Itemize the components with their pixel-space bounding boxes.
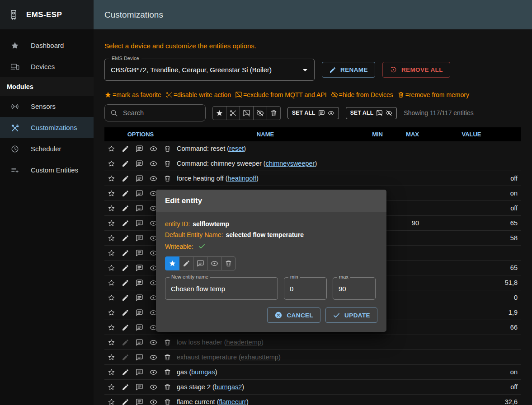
write-toggle[interactable]: [118, 201, 132, 215]
mqtt-exclude-toggle[interactable]: [132, 350, 146, 364]
visibility-toggle[interactable]: [146, 141, 160, 156]
mqtt-exclude-toggle[interactable]: [132, 246, 146, 260]
write-toggle[interactable]: [118, 156, 132, 171]
search-input[interactable]: [122, 109, 200, 117]
mqtt-exclude-toggle[interactable]: [132, 141, 146, 156]
favorite-toggle[interactable]: [104, 141, 118, 156]
ems-device-select[interactable]: EMS Device CBS/GB*72, Trendline, Cerapur…: [104, 59, 315, 81]
mqtt-exclude-toggle[interactable]: [132, 275, 146, 290]
sidebar-item-custom-entities[interactable]: Custom Entities: [0, 159, 94, 181]
visibility-toggle[interactable]: [146, 350, 160, 364]
entity-id-link[interactable]: heatingoff: [228, 175, 256, 182]
sidebar-item-dashboard[interactable]: Dashboard: [0, 35, 94, 56]
mqtt-exclude-toggle[interactable]: [132, 320, 146, 335]
write-toggle[interactable]: [118, 141, 132, 156]
entity-id-link[interactable]: chimneysweeper: [266, 160, 315, 167]
star-toggle[interactable]: [165, 256, 179, 270]
favorite-toggle[interactable]: [104, 320, 118, 335]
filter-star-button[interactable]: [212, 106, 226, 120]
mqtt-exclude-toggle[interactable]: [132, 216, 146, 230]
remove-toggle[interactable]: [160, 156, 174, 171]
entity-id-link[interactable]: burngas2: [215, 383, 242, 391]
favorite-toggle[interactable]: [104, 335, 118, 349]
remove-toggle[interactable]: [160, 350, 174, 364]
max-input[interactable]: [333, 278, 375, 299]
visibility-toggle[interactable]: [146, 171, 160, 186]
mqtt-exclude-toggle[interactable]: [132, 305, 146, 320]
new-entity-name-input[interactable]: [165, 278, 278, 299]
mqtt-exclude-toggle[interactable]: [132, 395, 146, 405]
sidebar-item-customizations[interactable]: Customizations: [0, 117, 94, 138]
rename-button[interactable]: RENAME: [322, 62, 375, 78]
mqtt-exclude-toggle[interactable]: [132, 171, 146, 186]
pencil-toggle[interactable]: [179, 256, 193, 270]
favorite-toggle[interactable]: [104, 231, 118, 245]
favorite-toggle[interactable]: [104, 186, 118, 200]
eye-toggle[interactable]: [207, 256, 221, 270]
mqtt-exclude-toggle[interactable]: [132, 186, 146, 200]
sidebar-item-devices[interactable]: Devices: [0, 56, 94, 77]
remove-toggle[interactable]: [160, 365, 174, 379]
set-all-button-1[interactable]: SET ALL: [287, 107, 339, 119]
comment-toggle[interactable]: [193, 256, 207, 270]
visibility-toggle[interactable]: [146, 365, 160, 379]
entity-id-link[interactable]: burngas: [191, 368, 215, 376]
filter-eye-off-button[interactable]: [253, 106, 267, 120]
favorite-toggle[interactable]: [104, 350, 118, 364]
entity-id-link[interactable]: flamecurr: [219, 398, 246, 405]
visibility-toggle[interactable]: [146, 380, 160, 394]
filter-scissors-button[interactable]: [226, 106, 240, 120]
write-toggle[interactable]: [118, 290, 132, 305]
write-toggle[interactable]: [118, 275, 132, 290]
favorite-toggle[interactable]: [104, 305, 118, 320]
write-toggle[interactable]: [118, 395, 132, 405]
write-toggle[interactable]: [118, 171, 132, 186]
favorite-toggle[interactable]: [104, 156, 118, 171]
favorite-toggle[interactable]: [104, 290, 118, 305]
favorite-toggle[interactable]: [104, 395, 118, 405]
visibility-toggle[interactable]: [146, 395, 160, 405]
remove-toggle[interactable]: [160, 171, 174, 186]
mqtt-exclude-toggle[interactable]: [132, 231, 146, 245]
write-toggle[interactable]: [118, 380, 132, 394]
min-input[interactable]: [284, 278, 326, 299]
entity-id-link[interactable]: exhausttemp: [241, 354, 278, 361]
remove-all-button[interactable]: REMOVE ALL: [382, 62, 450, 78]
write-toggle[interactable]: [118, 320, 132, 335]
favorite-toggle[interactable]: [104, 171, 118, 186]
entity-id-link[interactable]: reset: [229, 145, 244, 152]
mqtt-exclude-toggle[interactable]: [132, 201, 146, 215]
filter-trash-button[interactable]: [267, 106, 281, 120]
remove-toggle[interactable]: [160, 141, 174, 156]
visibility-toggle[interactable]: [146, 156, 160, 171]
write-toggle[interactable]: [118, 335, 132, 349]
set-all-button-2[interactable]: SET ALL: [346, 107, 397, 119]
write-toggle[interactable]: [118, 350, 132, 364]
mqtt-exclude-toggle[interactable]: [132, 380, 146, 394]
remove-toggle[interactable]: [160, 335, 174, 349]
write-toggle[interactable]: [118, 305, 132, 320]
update-button[interactable]: UPDATE: [325, 307, 377, 323]
visibility-toggle[interactable]: [146, 335, 160, 349]
remove-toggle[interactable]: [160, 380, 174, 394]
sidebar-item-sensors[interactable]: Sensors: [0, 96, 94, 117]
sidebar-item-scheduler[interactable]: Scheduler: [0, 138, 94, 159]
favorite-toggle[interactable]: [104, 261, 118, 275]
cancel-button[interactable]: CANCEL: [267, 307, 320, 323]
remove-toggle[interactable]: [160, 395, 174, 405]
favorite-toggle[interactable]: [104, 275, 118, 290]
write-toggle[interactable]: [118, 216, 132, 230]
mqtt-exclude-toggle[interactable]: [132, 156, 146, 171]
favorite-toggle[interactable]: [104, 246, 118, 260]
favorite-toggle[interactable]: [104, 380, 118, 394]
entity-id-link[interactable]: headertemp: [226, 339, 261, 346]
write-toggle[interactable]: [118, 231, 132, 245]
trash-toggle[interactable]: [221, 256, 235, 270]
favorite-toggle[interactable]: [104, 201, 118, 215]
mqtt-exclude-toggle[interactable]: [132, 290, 146, 305]
favorite-toggle[interactable]: [104, 216, 118, 230]
mqtt-exclude-toggle[interactable]: [132, 335, 146, 349]
mqtt-exclude-toggle[interactable]: [132, 261, 146, 275]
filter-comment-off-button[interactable]: [240, 106, 254, 120]
write-toggle[interactable]: [118, 186, 132, 200]
